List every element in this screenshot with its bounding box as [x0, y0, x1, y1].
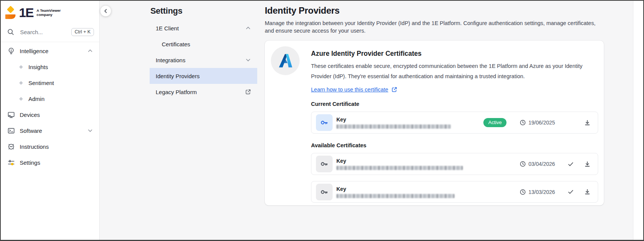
key-icon — [316, 184, 333, 200]
chevron-left-icon — [103, 8, 108, 14]
download-icon — [584, 161, 591, 167]
certificate-name: Key — [336, 158, 483, 164]
expiry-date: 03/04/2026 — [520, 161, 558, 167]
sidebar-item-sentiment[interactable]: Sentiment — [1, 75, 99, 91]
brand-logo: 1E A TeamViewer company — [1, 1, 99, 19]
download-icon — [584, 120, 591, 126]
learn-certificate-link[interactable]: Learn how to use this certificate — [311, 87, 397, 93]
key-icon — [316, 156, 333, 172]
diamond-bullet-icon — [19, 97, 23, 101]
certificate-info: Key — [336, 186, 483, 198]
external-link-icon — [245, 89, 251, 95]
search-placeholder: Search... — [20, 29, 71, 35]
certificate-info: Key — [336, 158, 483, 170]
sidebar-item-admin[interactable]: Admin — [1, 91, 99, 107]
sidebar-nav: Intelligence Insights Sentiment Admin — [1, 42, 99, 170]
verified-check-icon — [567, 161, 574, 167]
chevron-down-icon — [245, 57, 251, 63]
chevron-up-icon[interactable] — [87, 48, 93, 54]
current-certificate-heading: Current Certificate — [311, 101, 598, 107]
settings-nav-item-1e-client[interactable]: 1E Client — [150, 20, 257, 36]
gauge-icon — [7, 143, 15, 151]
certificate-name: Key — [336, 117, 483, 123]
azure-logo-avatar — [271, 46, 300, 75]
sliders-icon — [7, 159, 15, 167]
settings-nav-panel: Settings 1E Client Certificates Integrat… — [150, 1, 257, 100]
azure-icon — [277, 53, 293, 69]
certificate-row-available-1: Key 03/04/2026 — [311, 153, 598, 175]
diamond-bullet-icon — [19, 81, 23, 85]
sidebar-item-intelligence[interactable]: Intelligence — [1, 43, 99, 59]
certificate-value-redacted — [336, 194, 455, 198]
expiry-date: 19/06/2025 — [520, 120, 558, 126]
certificate-value-redacted — [336, 124, 451, 129]
diamond-bullet-icon — [19, 65, 23, 69]
certificate-row-available-2: Key 13/03/2026 — [311, 181, 598, 203]
chevron-up-icon — [245, 25, 251, 31]
logo-text: 1E — [19, 6, 33, 19]
lightbulb-icon — [7, 47, 15, 55]
certificate-value-redacted — [336, 166, 463, 170]
available-certificates-heading: Available Certificates — [311, 142, 598, 148]
search-shortcut-badge: Ctrl + K — [71, 28, 94, 36]
certificate-row-current: Key Active 19/06/2025 — [311, 112, 598, 134]
chevron-down-icon[interactable] — [87, 128, 93, 134]
settings-nav-item-identity-providers[interactable]: Identity Providers — [150, 68, 257, 84]
azure-idp-card: Azure Identity Provider Certificates The… — [265, 41, 604, 205]
card-description: These certificates enable secure, encryp… — [311, 61, 597, 82]
monitor-icon — [7, 111, 15, 119]
clock-icon — [520, 120, 526, 126]
clock-icon — [520, 189, 526, 195]
sidebar-item-instructions[interactable]: Instructions — [1, 139, 99, 154]
download-button[interactable] — [583, 161, 591, 167]
sidebar-item-settings[interactable]: Settings — [1, 154, 99, 170]
download-button[interactable] — [583, 120, 591, 126]
download-button[interactable] — [583, 189, 591, 195]
download-icon — [584, 189, 591, 195]
brand-tagline: A TeamViewer company — [37, 9, 61, 17]
search-icon — [7, 28, 14, 36]
certificate-name: Key — [336, 186, 483, 192]
external-link-icon — [391, 87, 397, 93]
terminal-icon — [7, 127, 15, 135]
1e-logo-icon — [5, 6, 17, 19]
sidebar-item-insights[interactable]: Insights — [1, 59, 99, 75]
sidebar-item-software[interactable]: Software — [1, 123, 99, 139]
expiry-date: 13/03/2026 — [520, 189, 558, 195]
settings-nav-item-integrations[interactable]: Integrations — [150, 52, 257, 68]
search-input[interactable]: Search... Ctrl + K — [1, 24, 99, 40]
clock-icon — [520, 161, 526, 167]
page-title: Identity Providers — [265, 5, 604, 16]
settings-nav-title: Settings — [150, 6, 257, 16]
sidebar: 1E A TeamViewer company Search... Ctrl +… — [1, 1, 100, 240]
certificate-info: Key — [336, 117, 483, 129]
scrollbar-track[interactable] — [633, 1, 643, 240]
settings-nav-item-legacy-platform[interactable]: Legacy Platform — [150, 84, 257, 100]
sidebar-item-devices[interactable]: Devices — [1, 107, 99, 123]
page-description: Manage the integration between your Iden… — [265, 19, 596, 35]
verified-check-icon — [567, 189, 574, 195]
settings-nav-item-certificates[interactable]: Certificates — [150, 36, 257, 52]
sidebar-collapse-button[interactable] — [100, 6, 111, 16]
card-title: Azure Identity Provider Certificates — [311, 50, 598, 58]
app-window: 1E A TeamViewer company Search... Ctrl +… — [0, 0, 644, 241]
key-icon — [316, 114, 333, 131]
status-badge: Active — [483, 118, 506, 127]
main-content: Identity Providers Manage the integratio… — [265, 1, 604, 205]
